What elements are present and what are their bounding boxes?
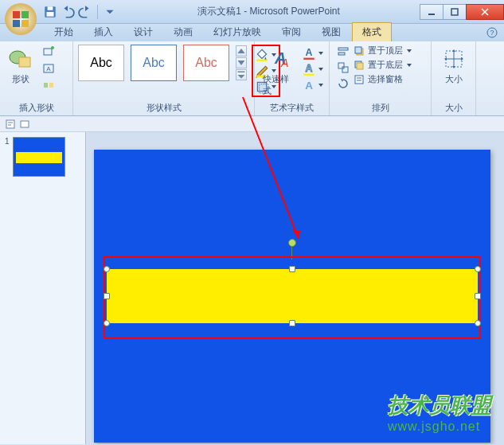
text-effects-button[interactable]: A	[302, 78, 324, 92]
tab-format[interactable]: 格式	[352, 22, 392, 41]
resize-handle[interactable]	[289, 266, 295, 272]
titlebar: 演示文稿1 - Microsoft PowerPoint 绘图...	[0, 0, 504, 24]
tab-view[interactable]: 视图	[312, 23, 350, 41]
group-icon[interactable]	[336, 61, 350, 75]
rotation-handle[interactable]	[288, 239, 296, 247]
svg-rect-5	[451, 9, 458, 15]
shape-style-3[interactable]: Abc	[183, 45, 229, 81]
size-button-label: 大小	[445, 73, 463, 85]
gallery-next-icon[interactable]	[236, 57, 247, 68]
bring-front-button[interactable]: 置于顶层	[354, 45, 412, 57]
qat-more-icon[interactable]	[103, 5, 117, 19]
svg-rect-39	[21, 121, 29, 127]
svg-text:A: A	[305, 80, 313, 92]
redo-icon[interactable]	[78, 5, 92, 19]
gallery-prev-icon[interactable]	[236, 45, 247, 57]
svg-rect-9	[19, 57, 30, 67]
resize-handle[interactable]	[475, 293, 481, 299]
shapes-button-label: 形状	[12, 73, 29, 85]
group-arrange-label: 排列	[334, 100, 426, 114]
slide-thumb-1[interactable]: 1	[5, 137, 80, 177]
svg-rect-26	[303, 74, 315, 76]
svg-text:?: ?	[490, 29, 494, 37]
textbox-icon[interactable]: A	[41, 61, 56, 76]
resize-handle[interactable]	[289, 320, 295, 326]
svg-rect-28	[338, 48, 348, 50]
resize-handle[interactable]	[475, 320, 481, 326]
size-button[interactable]: 大小	[438, 45, 470, 87]
maximize-button[interactable]	[443, 4, 467, 20]
group-wordart-label: 艺术字样式	[260, 100, 324, 114]
selection-pane-button[interactable]: 选择窗格	[354, 73, 412, 85]
office-button[interactable]	[3, 2, 38, 37]
view-toolbar	[0, 116, 504, 132]
svg-text:A: A	[46, 65, 51, 72]
window-title: 演示文稿1 - Microsoft PowerPoint	[117, 5, 420, 18]
watermark: 技术员联盟 www.jsgho.net	[388, 392, 491, 434]
rotate-icon[interactable]	[336, 76, 350, 91]
group-shape-styles-label: 形状样式	[78, 100, 249, 114]
more-shapes-icon[interactable]	[41, 78, 56, 92]
svg-rect-10	[44, 49, 52, 55]
svg-rect-29	[338, 53, 345, 55]
slide-thumb-preview	[13, 137, 65, 177]
svg-text:A: A	[280, 57, 288, 69]
watermark-url: www.jsgho.net	[388, 420, 491, 434]
shape-style-1[interactable]: Abc	[78, 45, 124, 81]
shape-style-2[interactable]: Abc	[131, 45, 177, 81]
svg-rect-36	[355, 76, 363, 84]
align-icon[interactable]	[336, 45, 350, 59]
quick-styles-label: 快速样式	[263, 73, 295, 97]
shapes-button[interactable]: 形状	[5, 45, 37, 87]
text-fill-button[interactable]: A	[302, 46, 324, 61]
svg-text:A: A	[306, 47, 313, 58]
send-back-button[interactable]: 置于底层	[354, 59, 412, 71]
help-icon[interactable]: ?	[486, 27, 498, 38]
svg-rect-15	[49, 83, 53, 88]
svg-rect-31	[342, 67, 348, 72]
ribbon-tabs: 开始 插入 设计 动画 幻灯片放映 审阅 视图 格式 ?	[0, 24, 504, 41]
minimize-button[interactable]	[420, 4, 443, 20]
ribbon: 形状 A 插入形状 Abc Abc Abc	[0, 41, 504, 116]
svg-rect-2	[48, 6, 53, 10]
tab-animation[interactable]: 动画	[164, 23, 202, 41]
gallery-more-icon[interactable]	[236, 69, 247, 80]
svg-rect-16	[238, 72, 245, 73]
svg-rect-24	[303, 58, 315, 60]
resize-handle[interactable]	[104, 293, 110, 299]
tab-review[interactable]: 审阅	[272, 23, 311, 41]
text-outline-button[interactable]: A	[302, 62, 324, 76]
save-icon[interactable]	[43, 5, 57, 19]
slide-thumbnails-panel: 1	[0, 132, 86, 444]
tab-home[interactable]: 开始	[45, 23, 83, 41]
tab-insert[interactable]: 插入	[84, 23, 123, 41]
tab-design[interactable]: 设计	[124, 23, 162, 41]
close-button[interactable]	[466, 4, 504, 20]
tab-slideshow[interactable]: 幻灯片放映	[204, 23, 271, 41]
quick-styles-button[interactable]: AA 快速样式	[260, 45, 299, 99]
svg-point-11	[51, 46, 54, 49]
group-insert-shapes-label: 插入形状	[5, 100, 68, 114]
quick-access-toolbar	[43, 5, 117, 19]
resize-handle[interactable]	[104, 320, 110, 326]
svg-rect-33	[355, 47, 361, 53]
selected-shape[interactable]	[107, 269, 478, 323]
svg-rect-4	[428, 14, 435, 15]
svg-rect-14	[44, 83, 48, 88]
watermark-cn: 技术员联盟	[388, 392, 491, 420]
edit-shape-icon[interactable]	[41, 45, 56, 59]
svg-rect-38	[6, 120, 14, 128]
svg-text:A: A	[306, 63, 313, 74]
svg-rect-3	[47, 12, 54, 17]
svg-rect-30	[338, 63, 344, 68]
outline-view-icon[interactable]	[5, 119, 16, 130]
resize-handle[interactable]	[104, 266, 110, 272]
slides-view-icon[interactable]	[19, 119, 30, 130]
svg-rect-35	[357, 63, 363, 69]
group-size-label: 大小	[436, 100, 471, 114]
undo-icon[interactable]	[61, 5, 75, 19]
svg-point-0	[5, 3, 37, 35]
resize-handle[interactable]	[475, 266, 481, 272]
